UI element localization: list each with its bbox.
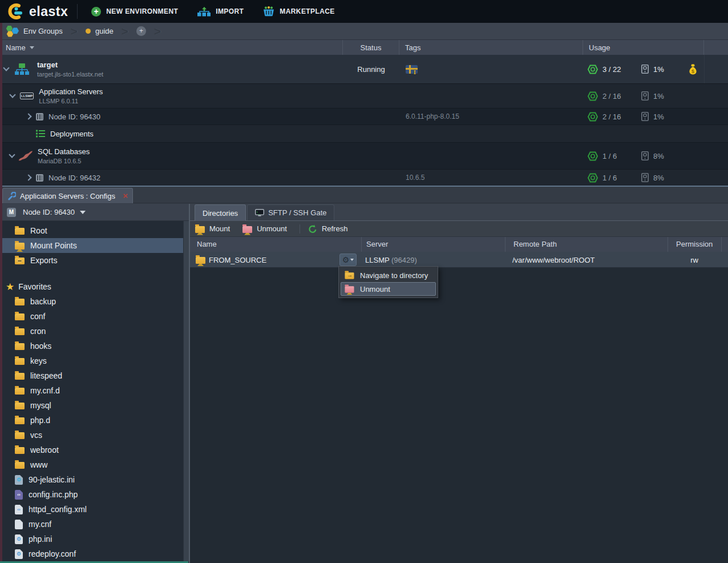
- env-row-deployments[interactable]: Deployments: [0, 125, 728, 143]
- file-tree-sidebar: M Node ID: 96430 Root Mount Points Expor…: [0, 204, 189, 563]
- mount-button[interactable]: Mount: [195, 224, 230, 233]
- disk-usage: 8%: [653, 174, 664, 182]
- favorite-label: mysql: [30, 401, 51, 410]
- tree-item-label: Mount Points: [30, 241, 77, 250]
- folder-icon: [15, 417, 25, 424]
- refresh-button[interactable]: Refresh: [308, 224, 348, 234]
- favorite-item[interactable]: ⚙php.ini: [0, 532, 183, 546]
- folder-icon: [15, 343, 25, 350]
- favorite-item[interactable]: keys: [0, 353, 183, 368]
- folder-icon: [15, 447, 25, 454]
- favorite-item[interactable]: webroot: [0, 443, 183, 457]
- favorite-label: 90-jelastic.ini: [29, 475, 75, 484]
- brand-logo[interactable]: elastx: [0, 3, 77, 20]
- directories-toolbar: Mount Unmount Refresh: [190, 221, 728, 237]
- favorite-item[interactable]: ‹›config.inc.php: [0, 487, 183, 502]
- marketplace-button[interactable]: MARKETPLACE: [263, 6, 334, 17]
- folder-icon: [15, 432, 25, 439]
- env-row-application-servers[interactable]: LLSMP Application Servers LLSMP 6.0.11 2…: [0, 84, 728, 108]
- env-row-target[interactable]: target target.jls-sto1.elastx.net Runnin…: [0, 55, 728, 84]
- favorite-item[interactable]: php.d: [0, 413, 183, 428]
- favorite-item[interactable]: vcs: [0, 428, 183, 443]
- ini-file-icon: ⚙: [15, 475, 23, 485]
- new-environment-button[interactable]: + NEW ENVIRONMENT: [91, 7, 178, 17]
- menu-item-unmount[interactable]: Unmount: [341, 282, 436, 296]
- folder-icon: [15, 358, 25, 365]
- column-header-status[interactable]: Status: [343, 40, 399, 55]
- import-button[interactable]: IMPORT: [197, 7, 244, 17]
- favorite-item[interactable]: my.cnf: [0, 517, 183, 532]
- configs-window-tab[interactable]: Application Servers : Configs ×: [2, 188, 133, 203]
- disk-icon: [641, 173, 649, 182]
- favorite-item[interactable]: ⚙90-jelastic.ini: [0, 472, 183, 487]
- marketplace-label: MARKETPLACE: [280, 7, 334, 15]
- breadcrumb-group-guide[interactable]: guide: [86, 27, 114, 35]
- tab-directories[interactable]: Directories: [195, 204, 246, 221]
- grid-column-server[interactable]: Server: [366, 240, 388, 248]
- mount-row-from-source[interactable]: FROM_SOURCE ⚙ LLSMP (96429) /var/www/web…: [190, 252, 728, 268]
- favorite-item[interactable]: ⚙redeploy.conf: [0, 546, 183, 561]
- unmount-label: Unmount: [257, 224, 287, 233]
- breadcrumb: Env Groups > guide > + >: [0, 23, 728, 40]
- tree-item-root[interactable]: Root: [0, 223, 183, 238]
- breadcrumb-env-groups[interactable]: Env Groups: [6, 25, 63, 37]
- refresh-label: Refresh: [322, 224, 348, 233]
- column-header-name[interactable]: Name: [0, 40, 343, 55]
- tab-directories-label: Directories: [203, 209, 238, 218]
- cpu-hexagon-icon: [588, 151, 598, 161]
- tree-item-mount-points[interactable]: Mount Points: [0, 238, 183, 253]
- tab-sftp-ssh-gate[interactable]: ›_ SFTP / SSH Gate: [247, 204, 334, 220]
- grid-column-permission[interactable]: Permission: [676, 240, 713, 248]
- cloudlet-usage: 2 / 16: [602, 112, 632, 121]
- folder-icon: [15, 373, 25, 380]
- chevron-down-icon[interactable]: [9, 91, 15, 98]
- tree-item-exports[interactable]: Exports: [0, 253, 183, 268]
- favorite-item[interactable]: hooks: [0, 339, 183, 353]
- favorite-item[interactable]: cron: [0, 324, 183, 339]
- favorite-item[interactable]: ‹›httpd_config.xml: [0, 502, 183, 517]
- folder-icon: [15, 328, 25, 335]
- column-header-usage[interactable]: Usage: [583, 40, 704, 55]
- breadcrumb-separator: >: [122, 24, 128, 39]
- favorite-label: my.cnf: [29, 520, 51, 529]
- cpu-hexagon-icon: [588, 65, 598, 74]
- folder-icon: [15, 228, 25, 235]
- node-selector[interactable]: M Node ID: 96430: [0, 204, 189, 221]
- favorite-item[interactable]: mysql: [0, 398, 183, 413]
- unmount-button[interactable]: Unmount: [242, 224, 287, 233]
- env-row-sql-databases[interactable]: SQL Databases MariaDB 10.6.5 1 / 6 8%: [0, 143, 728, 170]
- cloudlet-usage: 1 / 6: [602, 174, 632, 182]
- row-actions-gear-button[interactable]: ⚙: [339, 254, 357, 266]
- chevron-down-icon[interactable]: [3, 65, 9, 71]
- favorite-item[interactable]: conf: [0, 309, 183, 324]
- mount-label: Mount: [209, 224, 230, 233]
- grid-column-remote-path[interactable]: Remote Path: [513, 240, 557, 248]
- php-file-icon: ‹›: [15, 490, 23, 500]
- grid-column-name[interactable]: Name: [197, 240, 217, 248]
- navigate-folder-icon: →: [345, 272, 354, 279]
- version-tag: 10.6.5: [399, 174, 424, 182]
- cpu-hexagon-icon: [588, 173, 598, 183]
- context-menu: → Navigate to directory Unmount: [338, 266, 438, 298]
- column-header-tags[interactable]: Tags: [399, 40, 583, 55]
- chevron-right-icon[interactable]: [25, 174, 31, 180]
- node-badge-m: M: [7, 208, 16, 217]
- favorite-item[interactable]: my.cnf.d: [0, 383, 183, 398]
- folder-icon: [15, 299, 25, 305]
- favorite-item[interactable]: litespeed: [0, 368, 183, 383]
- menu-item-navigate-to-directory[interactable]: → Navigate to directory: [341, 268, 436, 282]
- chevron-down-icon[interactable]: [9, 151, 15, 158]
- sidebar-scrollbar[interactable]: [183, 221, 189, 561]
- favorite-label: redeploy.conf: [29, 549, 76, 558]
- money-bag-icon[interactable]: $: [689, 64, 697, 75]
- add-group-button[interactable]: +: [136, 26, 146, 36]
- env-row-node-96430[interactable]: Node ID: 96430 6.0.11-php-8.0.15 2 / 16 …: [0, 108, 728, 125]
- favorite-item[interactable]: www: [0, 457, 183, 472]
- region-flag-icon[interactable]: I: [406, 65, 418, 74]
- env-row-node-96432[interactable]: Node ID: 96432 10.6.5 1 / 6 8%: [0, 170, 728, 186]
- chevron-right-icon[interactable]: [25, 113, 31, 119]
- close-icon[interactable]: ×: [123, 192, 128, 200]
- favorite-item[interactable]: backup: [0, 294, 183, 309]
- caret-down-icon: [350, 259, 354, 261]
- llsmp-badge-icon: LLSMP: [20, 93, 34, 99]
